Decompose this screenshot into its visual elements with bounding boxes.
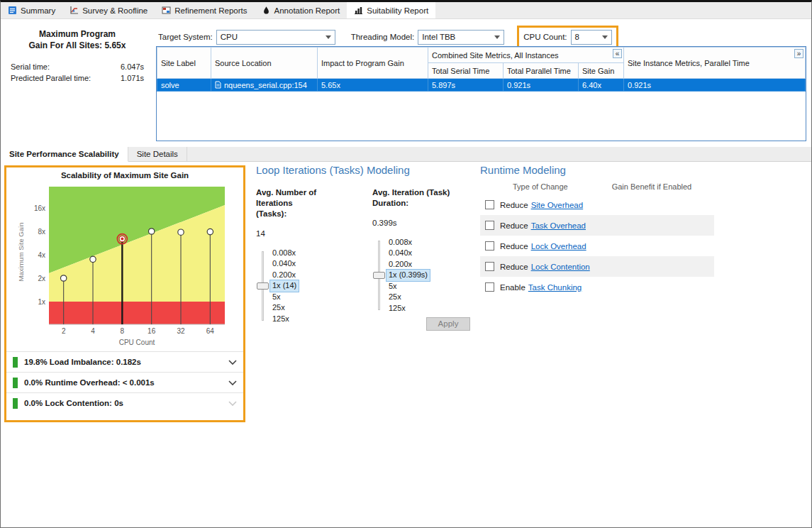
col-site-gain: Site Gain <box>579 63 624 79</box>
selected-option: 1x (14) <box>270 280 299 292</box>
tab-suitability-report[interactable]: Suitability Report <box>347 2 435 18</box>
chevron-down-icon[interactable] <box>228 360 237 365</box>
runtime-row-lock-contention: Reduce Lock Contention <box>480 256 714 277</box>
chart-point[interactable] <box>207 229 213 234</box>
loop-iterations-modeling-panel: Loop Iterations (Tasks) Modeling Avg. Nu… <box>256 164 473 341</box>
runtime-row-lock-overhead: Reduce Lock Overhead <box>480 236 714 256</box>
col-group-combined-metrics: Combined Site Metrics, All Instances « <box>428 48 624 63</box>
cpu-count-dropdown[interactable]: 8 <box>571 30 612 45</box>
runtime-overhead-row[interactable]: 0.0% Runtime Overhead: < 0.001s <box>6 372 243 392</box>
scalability-panel: Scalability of Maximum Site Gain Maximum… <box>4 165 245 422</box>
scalability-chart: Maximum Site Gain 1x2x4x8x16x248163264 C… <box>18 180 230 351</box>
modeling-controls: Target System: CPU Threading Model: Inte… <box>158 26 618 48</box>
lock-contention-link[interactable]: Lock Contention <box>531 263 590 271</box>
tab-site-details[interactable]: Site Details <box>128 147 187 161</box>
chart-point[interactable] <box>90 256 96 262</box>
svg-text:8: 8 <box>121 327 125 335</box>
green-bar-icon <box>13 378 18 388</box>
green-bar-icon <box>13 398 18 409</box>
source-file-icon <box>215 81 221 89</box>
duration-column: Avg. Iteration (Task) Duration: 0.399s 0… <box>372 187 470 324</box>
duration-label: Avg. Iteration (Task) Duration: <box>372 187 470 209</box>
task-overhead-link[interactable]: Task Overhead <box>531 221 586 230</box>
col-impact: Impact to Program Gain <box>318 48 428 79</box>
iterations-slider-thumb[interactable] <box>257 282 269 290</box>
site-overhead-link[interactable]: Site Overhead <box>531 201 584 209</box>
expand-columns-button[interactable]: » <box>794 49 803 58</box>
sites-table: Site Label Source Location Impact to Pro… <box>156 46 806 141</box>
svg-text:32: 32 <box>177 327 185 335</box>
chart-title: Scalability of Maximum Site Gain <box>6 171 243 180</box>
predicted-parallel-time-row: Predicted Parallel time: 1.071s <box>11 74 144 82</box>
suitability-icon <box>354 6 363 15</box>
iterations-slider: 0.008x 0.040x 0.200x 1x (14) 5x 25x 125x <box>256 248 354 325</box>
lock-overhead-link[interactable]: Lock Overhead <box>531 242 586 251</box>
cpu-count-label: CPU Count: <box>523 33 567 41</box>
runtime-row-task-overhead: Reduce Task Overhead <box>480 215 714 236</box>
svg-text:16x: 16x <box>34 204 45 212</box>
chart-region-red <box>49 302 225 324</box>
apply-button[interactable]: Apply <box>426 317 470 331</box>
chevron-down-icon[interactable] <box>228 380 237 385</box>
svg-text:4x: 4x <box>38 251 45 259</box>
checkbox-task-chunking[interactable] <box>485 282 494 292</box>
runtime-row-site-overhead: Reduce Site Overhead <box>480 194 714 215</box>
cpu-count-highlight-box: CPU Count: 8 <box>517 26 618 49</box>
chevron-down-icon[interactable] <box>228 401 237 406</box>
chart-x-axis-label: CPU Count <box>119 339 155 346</box>
collapse-columns-button[interactable]: « <box>613 49 622 58</box>
load-imbalance-row[interactable]: 19.8% Load Imbalance: 0.182s <box>6 351 243 372</box>
annotation-icon <box>262 6 271 15</box>
col-total-parallel-time: Total Parallel Time <box>504 63 579 79</box>
chart-point[interactable] <box>148 229 154 234</box>
chart-point[interactable] <box>178 229 184 235</box>
col-source-location: Source Location <box>211 48 318 79</box>
loop-modeling-heading: Loop Iterations (Tasks) Modeling <box>256 164 473 176</box>
lock-contention-row[interactable]: 0.0% Lock Contention: 0s <box>6 392 243 413</box>
selected-option: 1x (0.399s) <box>386 270 430 281</box>
program-gain-title: Maximum Program Gain For All Sites: 5.65… <box>1 29 154 51</box>
checkbox-lock-contention[interactable] <box>485 262 494 271</box>
checkbox-lock-overhead[interactable] <box>485 241 494 251</box>
duration-slider-thumb[interactable] <box>373 272 385 279</box>
chart-point[interactable] <box>60 275 66 281</box>
duration-value: 0.399s <box>372 219 470 227</box>
chart-y-axis-label: Maximum Site Gain <box>17 199 26 305</box>
col-group-instance-metrics: Site Instance Metrics, Parallel Time » <box>624 48 806 79</box>
table-row-solve[interactable]: solve nqueens_serial.cpp:154 5.65x 5. <box>157 79 806 92</box>
tab-annotation-report[interactable]: Annotation Report <box>255 2 347 18</box>
svg-text:16: 16 <box>148 327 156 335</box>
serial-time-row: Serial time: 6.047s <box>11 62 144 71</box>
runtime-row-task-chunking: Enable Task Chunking <box>480 277 714 297</box>
iterations-label: Avg. Number of Iterations (Tasks): <box>256 187 354 219</box>
green-bar-icon <box>13 357 18 368</box>
gain-benefit-header: Gain Benefit if Enabled <box>612 182 692 191</box>
checkbox-task-overhead[interactable] <box>485 221 494 230</box>
view-tabbar: Site Performance Scalability Site Detail… <box>1 147 811 162</box>
col-site-label: Site Label <box>157 48 211 79</box>
svg-text:64: 64 <box>206 327 215 335</box>
svg-text:8x: 8x <box>38 228 45 236</box>
refinement-icon <box>162 6 171 15</box>
tab-site-performance-scalability[interactable]: Site Performance Scalability <box>1 147 128 162</box>
report-tabbar: Summary Survey & Roofline Refinement Rep… <box>1 2 811 19</box>
checkbox-site-overhead[interactable] <box>485 200 494 209</box>
tab-survey-roofline[interactable]: Survey & Roofline <box>62 2 155 18</box>
svg-text:2x: 2x <box>38 275 45 282</box>
threading-model-label: Threading Model: <box>351 33 415 41</box>
runtime-modeling-panel: Runtime Modeling Type of Change Gain Ben… <box>480 164 714 297</box>
target-system-label: Target System: <box>158 33 213 41</box>
chevron-down-icon <box>326 35 331 39</box>
runtime-modeling-heading: Runtime Modeling <box>480 164 714 176</box>
scalability-metrics-list: 19.8% Load Imbalance: 0.182s 0.0% Runtim… <box>6 351 243 413</box>
tab-summary[interactable]: Summary <box>1 2 62 18</box>
chevron-down-icon <box>602 35 608 39</box>
target-system-dropdown[interactable]: CPU <box>216 30 335 45</box>
task-chunking-link[interactable]: Task Chunking <box>528 283 582 292</box>
summary-icon <box>8 6 17 15</box>
tab-refinement-reports[interactable]: Refinement Reports <box>155 2 254 18</box>
threading-model-dropdown[interactable]: Intel TBB <box>418 30 504 45</box>
duration-slider: 0.008x 0.040x 0.200x 1x (0.399s) 5x 25x … <box>372 237 470 314</box>
program-gain-summary: Maximum Program Gain For All Sites: 5.65… <box>1 29 154 82</box>
iterations-column: Avg. Number of Iterations (Tasks): 14 0.… <box>256 187 354 324</box>
